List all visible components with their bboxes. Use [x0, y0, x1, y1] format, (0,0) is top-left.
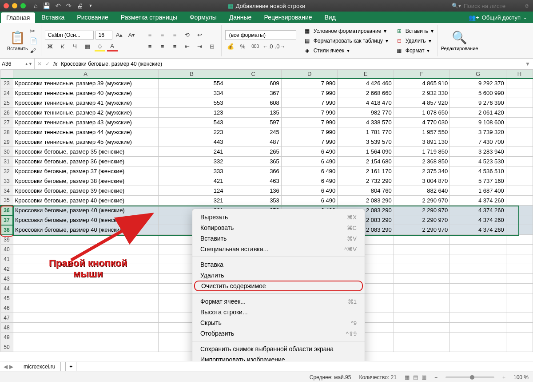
tab-insert[interactable]: Вставка	[35, 12, 71, 23]
cell[interactable]	[506, 186, 533, 196]
zoom-out-button[interactable]: −	[434, 374, 438, 380]
col-header-D[interactable]: D	[281, 70, 337, 79]
cell[interactable]: 2 290 970	[394, 215, 449, 225]
cell[interactable]	[506, 88, 533, 98]
cell[interactable]: 597	[225, 118, 281, 127]
indent-right-icon[interactable]: ⇥	[195, 42, 205, 51]
cell[interactable]: 543	[158, 118, 225, 127]
save-icon[interactable]: 💾	[43, 2, 50, 9]
cell[interactable]: 4 770 030	[394, 118, 449, 127]
cell[interactable]	[13, 342, 158, 352]
cell[interactable]: 2 668 660	[338, 88, 394, 98]
cell[interactable]	[394, 323, 449, 333]
cell[interactable]: 3 739 320	[450, 127, 506, 137]
cell[interactable]: 4 418 470	[338, 98, 394, 108]
cell[interactable]: 982 770	[338, 108, 394, 118]
cell[interactable]: 5 737 160	[450, 176, 506, 186]
align-top-icon[interactable]: ≡	[145, 30, 155, 40]
delete-cells-button[interactable]: ⊟Удалить ▾	[396, 37, 434, 45]
row-header[interactable]: 24	[0, 88, 13, 98]
ctx-hide[interactable]: Скрыть^9	[192, 317, 365, 328]
cell[interactable]: 7 990	[281, 127, 337, 137]
cell[interactable]	[394, 333, 449, 342]
font-name-select[interactable]: Calibri (Осн...	[45, 31, 94, 40]
cell[interactable]: 365	[225, 157, 281, 166]
cell[interactable]	[13, 323, 158, 333]
qat-dropdown-icon[interactable]: ▼	[88, 4, 92, 8]
cell[interactable]	[506, 284, 533, 293]
cell[interactable]: 334	[158, 88, 225, 98]
row-header[interactable]: 31	[0, 157, 13, 166]
cell[interactable]: 4 865 910	[394, 79, 449, 88]
cell[interactable]: 1 078 650	[394, 108, 449, 118]
cell[interactable]: 463	[225, 176, 281, 186]
cell[interactable]: 4 338 570	[338, 118, 394, 127]
decrease-font-icon[interactable]: A▾	[127, 30, 137, 40]
font-size-select[interactable]: 16	[95, 31, 112, 40]
cell[interactable]	[13, 313, 158, 323]
cell[interactable]: 6 490	[281, 196, 337, 206]
indent-left-icon[interactable]: ⇤	[182, 42, 193, 51]
row-header[interactable]: 32	[0, 166, 13, 176]
cell[interactable]: Кроссовки беговые, размер 37 (женские)	[13, 166, 158, 176]
cell[interactable]: 9 276 390	[450, 98, 506, 108]
cell[interactable]: Кроссовки теннисные, размер 40 (мужские)	[13, 88, 158, 98]
cell[interactable]: 123	[158, 108, 225, 118]
cell[interactable]: 554	[158, 79, 225, 88]
cell[interactable]: Кроссовки теннисные, размер 39 (мужские)	[13, 79, 158, 88]
cell[interactable]	[394, 245, 449, 254]
ctx-unhide[interactable]: Отобразить^⇧9	[192, 328, 365, 339]
cell[interactable]	[506, 108, 533, 118]
cell[interactable]: 3 891 130	[394, 137, 449, 147]
row-header[interactable]: 35	[0, 196, 13, 206]
merge-cells-icon[interactable]: ⊞	[207, 42, 218, 51]
cell[interactable]: Кроссовки беговые, размер 36 (женские)	[13, 157, 158, 166]
cell[interactable]: 2 154 680	[338, 157, 394, 166]
cell[interactable]: 2 375 340	[394, 166, 449, 176]
wrap-text-icon[interactable]: ↩	[195, 30, 205, 40]
maximize-window-button[interactable]	[20, 3, 26, 8]
cell[interactable]	[506, 254, 533, 264]
cell[interactable]	[394, 264, 449, 274]
cell[interactable]	[394, 235, 449, 245]
spreadsheet-grid[interactable]: ABCDEFGH23Кроссовки теннисные, размер 39…	[0, 69, 533, 361]
cell[interactable]: 7 990	[281, 98, 337, 108]
cell[interactable]: 4 374 260	[450, 206, 506, 215]
cell[interactable]	[450, 235, 506, 245]
cell[interactable]: 3 283 940	[450, 147, 506, 157]
cell[interactable]: 366	[225, 166, 281, 176]
cell[interactable]: 2 083 290	[338, 196, 394, 206]
cell-styles-button[interactable]: ◈Стили ячеек ▾	[304, 47, 388, 55]
cell[interactable]: 2 368 850	[394, 157, 449, 166]
cell[interactable]: 4 426 460	[338, 79, 394, 88]
italic-button[interactable]: К	[57, 42, 68, 51]
cell[interactable]: 9 292 370	[450, 79, 506, 88]
tab-layout[interactable]: Разметка страницы	[115, 12, 183, 23]
add-sheet-button[interactable]: +	[65, 362, 76, 371]
format-button[interactable]: ▦Формат ▾	[396, 47, 434, 55]
close-window-button[interactable]	[4, 3, 9, 8]
cell[interactable]	[506, 166, 533, 176]
cell[interactable]	[394, 342, 449, 352]
cut-icon[interactable]: ✂	[30, 28, 37, 35]
cell[interactable]	[450, 342, 506, 352]
col-header-E[interactable]: E	[338, 70, 394, 79]
tab-data[interactable]: Данные	[223, 12, 258, 23]
cell[interactable]	[450, 323, 506, 333]
row-header[interactable]: 28	[0, 127, 13, 137]
cell[interactable]: 2 932 330	[394, 88, 449, 98]
cell[interactable]: 1 957 550	[394, 127, 449, 137]
row-header[interactable]: 43	[0, 274, 13, 284]
editing-button[interactable]: 🔍 Редактирование	[441, 30, 478, 51]
cell[interactable]: 553	[158, 98, 225, 108]
tab-formulas[interactable]: Формулы	[183, 12, 223, 23]
share-button[interactable]: 👥+ Общий доступ ⌄	[462, 12, 533, 23]
cell[interactable]: 353	[225, 196, 281, 206]
cancel-formula-icon[interactable]: ✕	[37, 61, 42, 67]
cell[interactable]: Кроссовки беговые, размер 40 (женские)	[13, 196, 158, 206]
cell[interactable]	[13, 293, 158, 303]
cell[interactable]	[506, 157, 533, 166]
cell[interactable]	[450, 293, 506, 303]
expand-formula-bar-icon[interactable]: ▼	[525, 61, 530, 67]
cell[interactable]	[394, 254, 449, 264]
